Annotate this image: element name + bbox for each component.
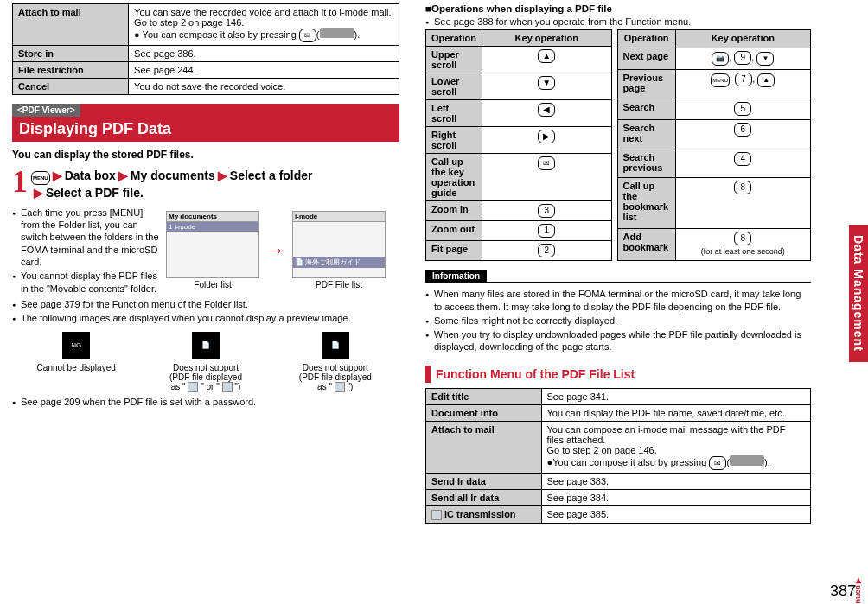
step-number: 1 [12,168,28,195]
section-header: <PDF Viewer> Displaying PDF Data [12,104,399,142]
preview-icons-row: Cannot be displayed 📄 Does not support(P… [21,332,391,392]
attach-table: Attach to mail You can save the recorded… [12,3,399,95]
up-key-icon: ▲ [757,73,775,87]
camera-key-icon: 📷 [712,52,729,66]
key-8-icon: 8 [734,181,751,194]
left-column: Attach to mail You can save the recorded… [0,0,408,604]
section-tag: <PDF Viewer> [12,104,80,117]
intro-text: You can display the stored PDF files. [12,149,399,161]
information-list: When many files are stored in the FOMA t… [425,288,811,353]
key-9-icon: 9 [734,51,751,65]
caption-pdf-list: PDF File list [292,280,386,289]
down-key-icon: ▼ [756,52,774,66]
key-4-icon: 4 [734,152,751,166]
key-3-icon: 3 [538,204,555,218]
softkey-icon [320,28,354,38]
softkey-icon [730,455,764,466]
mail-key-icon [538,156,555,170]
arrow-icon: → [266,239,285,262]
right-column: ■Operations when displaying a PDF file S… [408,0,816,604]
row-label: Attach to mail [13,4,129,46]
unsupported-icon: 📄 [192,332,220,359]
caption-folder-list: Folder list [166,280,259,289]
function-menu-header: Function Menu of the PDF File List [425,366,811,383]
mail-key-icon [299,29,316,42]
arrow-icon: ▶ [50,168,65,182]
password-footnote: See page 209 when the PDF file is set wi… [12,396,399,408]
folder-list-screenshot: My documents 1 i-mode [166,211,259,278]
page-number: 387 [830,582,856,601]
key-operation-tables: OperationKey operation Upper scroll▲ Low… [425,29,811,261]
bullet-list-2: See page 379 for the Function menu of th… [12,298,399,325]
menu-key-icon: MENU [711,73,730,87]
unsupported-icon-2: 📄 [322,332,349,359]
ic-icon [431,510,442,520]
menu-key-icon: MENU [31,171,50,185]
key-8-icon: 8 [734,232,751,245]
key-2-icon: 2 [538,244,555,257]
step-1: 1 MENU▶Data box▶My documents▶Select a fo… [12,168,399,201]
down-key-icon: ▼ [538,76,555,90]
mail-key-icon [709,456,726,470]
section-title: Displaying PDF Data [12,117,399,142]
bullet-list-1: Each time you press [MENU] from the Fold… [12,205,159,296]
right-key-icon: ▶ [538,130,555,143]
ops-heading: Operations when displaying a PDF file [431,3,612,14]
key-5-icon: 5 [734,102,751,116]
cannot-display-icon [62,332,90,359]
function-menu-table: Edit titleSee page 341. Document infoYou… [425,388,811,524]
pdf-file-list-screenshot: i-mode 📄 海外ご利用ガイド [292,211,386,278]
key-6-icon: 6 [734,123,751,137]
row-body: You can save the recorded voice and atta… [129,4,399,46]
left-key-icon: ◀ [538,103,555,117]
key-1-icon: 1 [538,224,555,238]
up-key-icon: ▲ [538,49,555,63]
side-tab: Data Management [849,225,868,362]
key-7-icon: 7 [735,73,752,86]
information-label: Information [425,270,487,283]
